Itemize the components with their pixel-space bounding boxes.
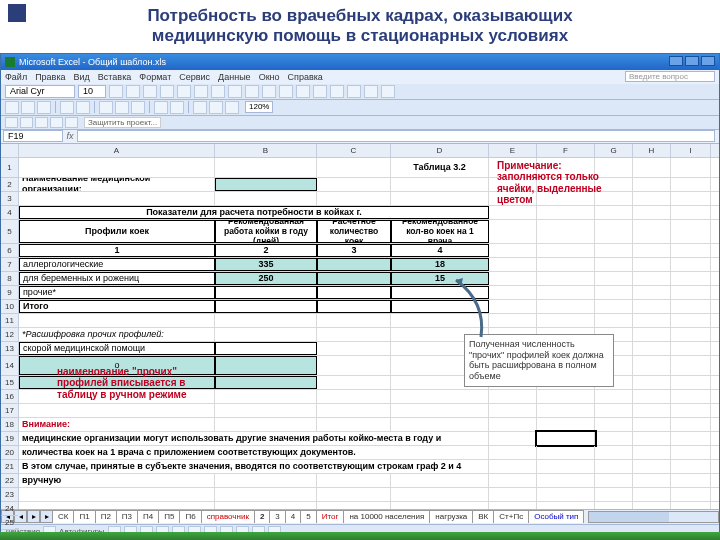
lock-icon[interactable]: [5, 117, 18, 128]
font-family-combo[interactable]: Arial Cyr: [5, 85, 75, 98]
window-controls[interactable]: [667, 56, 715, 68]
menu-view[interactable]: Вид: [74, 72, 90, 82]
val-berem-c[interactable]: [317, 272, 391, 285]
tab-osobyi[interactable]: Особый тип: [528, 510, 584, 523]
indicators-header: Показатели для расчета потребности в кой…: [19, 206, 489, 219]
row-berem: для беременных и рожениц: [19, 272, 215, 285]
tab-nagruzka[interactable]: нагрузка: [429, 510, 473, 523]
chart-button[interactable]: [225, 101, 239, 114]
new-button[interactable]: [5, 101, 19, 114]
protect-icon[interactable]: [35, 117, 48, 128]
formula-bar: F19 fx: [1, 130, 719, 144]
row-allergo: аллергологические: [19, 258, 215, 271]
val-allergo-d[interactable]: 18: [391, 258, 489, 271]
colnum-3: 3: [317, 244, 391, 257]
cut-button[interactable]: [99, 101, 113, 114]
warn-label: Внимание:: [19, 418, 215, 431]
comma-button[interactable]: [262, 85, 276, 98]
col-profile: Профили коек: [19, 220, 215, 243]
menu-file[interactable]: Файл: [5, 72, 27, 82]
dec-indent-button[interactable]: [313, 85, 327, 98]
fx-icon[interactable]: fx: [63, 131, 77, 141]
copy-button[interactable]: [115, 101, 129, 114]
menu-data[interactable]: Данные: [218, 72, 251, 82]
val-allergo-c[interactable]: [317, 258, 391, 271]
formula-input[interactable]: [77, 130, 715, 142]
underline-button[interactable]: [143, 85, 157, 98]
sort-desc-button[interactable]: [209, 101, 223, 114]
dec-decimal-button[interactable]: [296, 85, 310, 98]
open-button[interactable]: [21, 101, 35, 114]
warn-text2: количества коек на 1 врача с приложением…: [19, 446, 489, 459]
sort-asc-button[interactable]: [193, 101, 207, 114]
fill-color-button[interactable]: [364, 85, 378, 98]
tab-10000[interactable]: на 10000 населения: [343, 510, 430, 523]
paste-button[interactable]: [131, 101, 145, 114]
tab-stps[interactable]: Ст+Пс: [493, 510, 529, 523]
shield-icon[interactable]: [50, 117, 63, 128]
protect-project-label[interactable]: Защитить проект...: [84, 117, 161, 128]
hscrollbar[interactable]: [588, 511, 719, 523]
menu-tools[interactable]: Сервис: [179, 72, 210, 82]
tab-spravochnik[interactable]: справочник: [201, 510, 255, 523]
formatting-toolbar: Arial Cyr 10: [1, 84, 719, 100]
font-color-button[interactable]: [381, 85, 395, 98]
org-name-input[interactable]: [215, 178, 317, 191]
zoom-combo[interactable]: 120%: [245, 101, 273, 113]
column-headers[interactable]: ABCD EFGHI: [19, 144, 719, 158]
sheet-tabs: ◂◂▸▸ СК П1 П2 П3 П4 П5 П6 справочник 2 3…: [1, 509, 719, 524]
val-allergo-b[interactable]: 335: [215, 258, 317, 271]
tab-p4[interactable]: П4: [137, 510, 159, 523]
align-left-button[interactable]: [160, 85, 174, 98]
tab-4[interactable]: 4: [285, 510, 301, 523]
tab-2[interactable]: 2: [254, 510, 270, 523]
tab-sk[interactable]: СК: [52, 510, 74, 523]
print-button[interactable]: [60, 101, 74, 114]
merge-button[interactable]: [211, 85, 225, 98]
row-skoroi: скорой медицинской помощи: [19, 342, 215, 355]
tab-vk[interactable]: ВК: [472, 510, 494, 523]
row-headers[interactable]: 1234 567891011 12131415161718 1920212223…: [1, 144, 19, 509]
align-right-button[interactable]: [194, 85, 208, 98]
redo-button[interactable]: [170, 101, 184, 114]
menubar: Файл Правка Вид Вставка Формат Сервис Да…: [1, 70, 719, 84]
tab-p5[interactable]: П5: [158, 510, 180, 523]
row-itogo: Итого: [19, 300, 215, 313]
os-taskbar[interactable]: [0, 532, 720, 540]
protection-toolbar: Защитить проект...: [1, 116, 719, 130]
percent-button[interactable]: [245, 85, 259, 98]
name-box[interactable]: F19: [3, 130, 63, 142]
standard-toolbar: 120%: [1, 100, 719, 116]
menu-edit[interactable]: Правка: [35, 72, 65, 82]
inc-indent-button[interactable]: [330, 85, 344, 98]
currency-button[interactable]: [228, 85, 242, 98]
key-icon[interactable]: [65, 117, 78, 128]
tab-5[interactable]: 5: [300, 510, 316, 523]
borders-button[interactable]: [347, 85, 361, 98]
tab-p6[interactable]: П6: [179, 510, 201, 523]
menu-insert[interactable]: Вставка: [98, 72, 131, 82]
font-size-combo[interactable]: 10: [78, 85, 106, 98]
preview-button[interactable]: [76, 101, 90, 114]
tab-p2[interactable]: П2: [95, 510, 117, 523]
tab-itog[interactable]: Итог: [316, 510, 345, 523]
menu-format[interactable]: Формат: [139, 72, 171, 82]
undo-button[interactable]: [154, 101, 168, 114]
inc-decimal-button[interactable]: [279, 85, 293, 98]
colnum-1: 1: [19, 244, 215, 257]
worksheet-grid[interactable]: 1234 567891011 12131415161718 1920212223…: [1, 144, 719, 509]
tab-p3[interactable]: П3: [116, 510, 138, 523]
titlebar[interactable]: Microsoft Excel - Общий шаблон.xls: [1, 54, 719, 70]
active-cell-f19[interactable]: [537, 432, 595, 445]
unlock-icon[interactable]: [20, 117, 33, 128]
save-button[interactable]: [37, 101, 51, 114]
menu-help[interactable]: Справка: [288, 72, 323, 82]
val-berem-b[interactable]: 250: [215, 272, 317, 285]
italic-button[interactable]: [126, 85, 140, 98]
bold-button[interactable]: [109, 85, 123, 98]
tab-3[interactable]: 3: [269, 510, 285, 523]
ask-question-input[interactable]: Введите вопрос: [625, 71, 715, 82]
tab-p1[interactable]: П1: [73, 510, 95, 523]
align-center-button[interactable]: [177, 85, 191, 98]
menu-window[interactable]: Окно: [259, 72, 280, 82]
